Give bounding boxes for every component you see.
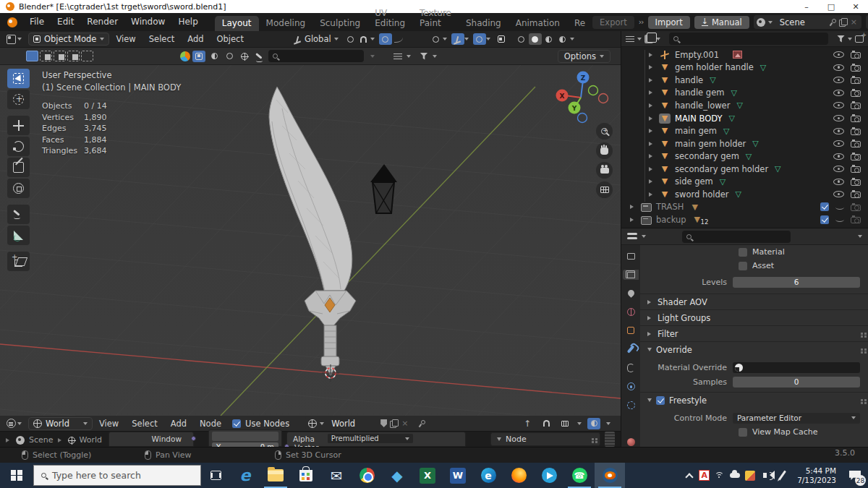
outliner-row[interactable]: ▼ main gem holder ▽ ▼	[621, 137, 868, 150]
maximize-button[interactable]: □	[819, 0, 843, 13]
breadcrumb-scene[interactable]: Scene	[29, 435, 54, 445]
object-name[interactable]: side gem	[675, 176, 713, 187]
tool-button[interactable]	[7, 205, 30, 224]
taskbar-app[interactable]: ◆	[382, 463, 412, 488]
outliner-row[interactable]: ▼ main gem ▽ ▼	[621, 124, 868, 137]
workspace-tab[interactable]: Shading	[459, 16, 509, 31]
pin-icon[interactable]	[418, 420, 425, 427]
zoom-button[interactable]	[596, 123, 613, 140]
disable-render-icon[interactable]	[851, 116, 861, 122]
object-name[interactable]: handle	[675, 75, 703, 85]
taskbar-app[interactable]: ✉	[321, 463, 352, 488]
shader-aov-panel[interactable]: Shader AOV	[640, 294, 868, 309]
disable-render-icon[interactable]	[851, 166, 861, 173]
property-tab[interactable]	[623, 251, 639, 262]
editor-type-button[interactable]	[3, 419, 25, 428]
shader-menu-item[interactable]: Add	[164, 419, 193, 429]
disable-render-icon[interactable]	[851, 103, 861, 109]
property-tab[interactable]	[623, 419, 639, 429]
taskbar-search-input[interactable]: Type here to search	[33, 465, 201, 486]
expand-arrow-icon[interactable]	[649, 179, 655, 184]
property-tab[interactable]	[623, 344, 639, 355]
expand-arrow-icon[interactable]	[649, 78, 655, 82]
disable-render-icon[interactable]	[851, 52, 861, 59]
shader-menu-item[interactable]: Node	[193, 419, 228, 429]
shader-type-dropdown[interactable]: World	[28, 417, 93, 430]
expand-arrow-icon[interactable]	[630, 218, 636, 222]
property-tab[interactable]	[623, 400, 639, 411]
parent-node-button[interactable]: ↑	[521, 418, 534, 429]
property-tab[interactable]	[623, 437, 639, 448]
display-mode-icon[interactable]	[626, 35, 634, 43]
orientation-dropdown[interactable]: Global	[294, 34, 339, 44]
taskbar-app[interactable]: ☎	[564, 463, 595, 488]
taskbar-app[interactable]: e	[230, 463, 260, 488]
object-name[interactable]: sword holder	[675, 189, 729, 200]
taskbar-app[interactable]: W	[443, 463, 473, 488]
workspace-tab[interactable]: Sculpting	[312, 16, 367, 31]
unlink-scene-icon[interactable]: ×	[849, 17, 859, 27]
collection-checkbox[interactable]	[820, 202, 829, 211]
disable-render-icon[interactable]	[851, 192, 861, 198]
preview-sphere-button[interactable]	[587, 418, 600, 429]
shader-menu-item[interactable]: Select	[125, 419, 163, 429]
object-name[interactable]: TRASH	[656, 202, 684, 212]
holdout-icon[interactable]	[835, 205, 844, 210]
outliner-row[interactable]: ▼ gem holder handle ▽ ▼	[621, 61, 868, 74]
options-chevron-icon[interactable]	[858, 235, 862, 240]
rendered-shading-button[interactable]	[556, 33, 569, 45]
tray-onedrive[interactable]	[727, 463, 742, 488]
property-tab[interactable]	[623, 325, 639, 336]
viewport-menu-item[interactable]: View	[109, 34, 142, 44]
light-groups-panel[interactable]: Light Groups	[640, 309, 868, 325]
taskbar-app[interactable]	[291, 463, 321, 488]
browse-world-button[interactable]	[238, 51, 251, 62]
object-name[interactable]: MAIN BODY	[675, 114, 722, 124]
hide-viewport-icon[interactable]	[833, 166, 844, 172]
property-tab[interactable]	[623, 362, 639, 373]
mode-dropdown[interactable]: Object Mode	[28, 33, 109, 46]
use-nodes-checkbox[interactable]	[232, 419, 241, 428]
expand-arrow-icon[interactable]	[649, 192, 655, 197]
scene-selector[interactable]: Scene ×	[754, 15, 861, 29]
hide-viewport-icon[interactable]	[833, 179, 844, 185]
hide-viewport-icon[interactable]	[833, 64, 844, 71]
outliner-row[interactable]: ▼ secondary gem ▽ ▼	[621, 150, 868, 163]
hide-viewport-icon[interactable]	[833, 102, 844, 108]
camera-view-button[interactable]	[596, 162, 613, 179]
tool-button[interactable]	[7, 252, 30, 271]
filter-panel[interactable]: Filter	[640, 325, 868, 341]
proportional-edit-button[interactable]	[379, 33, 392, 45]
export-button[interactable]: Export	[592, 16, 634, 29]
object-name[interactable]: main gem holder	[675, 139, 746, 149]
shader-menu-item[interactable]: View	[93, 419, 125, 429]
overlays-button[interactable]	[473, 33, 486, 45]
property-tab[interactable]	[623, 270, 639, 281]
object-name[interactable]: handle gem	[675, 87, 724, 98]
property-tab[interactable]	[623, 288, 639, 299]
scrollbar[interactable]	[605, 432, 615, 447]
object-name[interactable]: Empty.001	[675, 50, 719, 60]
disable-render-icon[interactable]	[851, 129, 861, 135]
hide-viewport-icon[interactable]	[833, 77, 844, 83]
texture-coordinate-node[interactable]: Window	[109, 432, 194, 447]
taskbar-app[interactable]: e	[473, 463, 503, 488]
browse-nodes-button[interactable]	[223, 51, 236, 62]
hide-viewport-icon[interactable]	[833, 51, 844, 58]
new-collection-icon[interactable]	[855, 35, 864, 43]
expand-arrow-icon[interactable]	[649, 129, 655, 133]
object-name[interactable]: secondary gem holder	[675, 164, 768, 174]
disable-render-icon[interactable]	[851, 141, 861, 147]
outliner-row[interactable]: ▼ MAIN BODY ▽ ▼	[621, 112, 868, 125]
outliner-row[interactable]: ▼ secondary gem holder ▽ ▼	[621, 163, 868, 176]
gizmos-button[interactable]	[451, 33, 464, 45]
outliner-row[interactable]: ▼ handle gem ▽ ▼	[621, 87, 868, 100]
viewport-menu-item[interactable]: Object	[210, 34, 250, 44]
menubar-item[interactable]: Window	[124, 13, 171, 31]
expand-arrow-icon[interactable]	[649, 103, 655, 108]
freestyle-checkbox[interactable]	[656, 396, 665, 405]
environment-texture-node[interactable]: Alpha Premultiplied Vector	[286, 432, 466, 447]
tool-button[interactable]	[7, 226, 30, 245]
outliner-row[interactable]: ▼ TRASH ▽ ▼	[621, 201, 868, 214]
xray-button[interactable]	[495, 33, 508, 45]
